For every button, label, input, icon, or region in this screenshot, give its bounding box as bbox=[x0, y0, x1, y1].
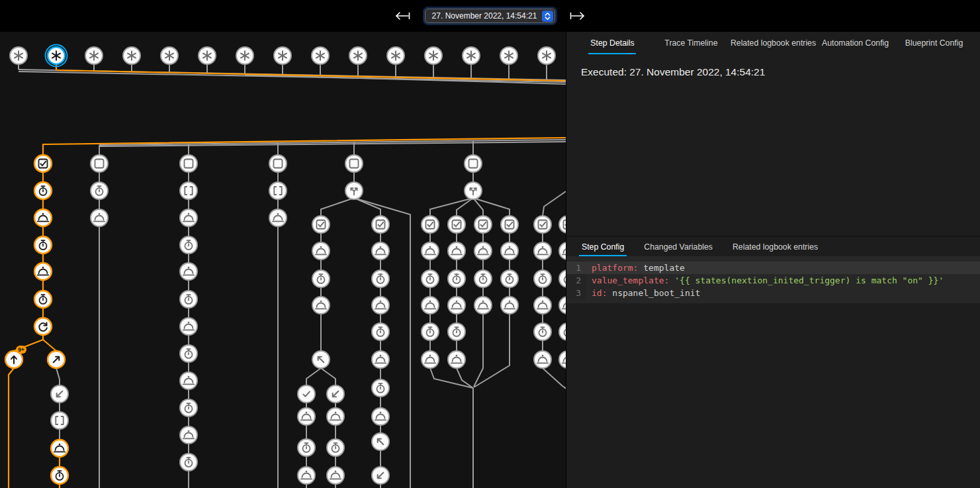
tab-changed-variables[interactable]: Changed Variables bbox=[634, 237, 723, 256]
graph-node-asterisk[interactable] bbox=[425, 47, 442, 64]
graph-node-timer[interactable] bbox=[34, 291, 52, 308]
graph-node-arrow-down-left[interactable] bbox=[372, 467, 389, 484]
graph-node-checkbox-blank[interactable] bbox=[269, 155, 287, 172]
graph-node-timer[interactable] bbox=[501, 270, 518, 287]
previous-trace-button[interactable] bbox=[392, 8, 414, 24]
graph-node-asterisk[interactable] bbox=[312, 47, 329, 64]
graph-node-timer[interactable] bbox=[51, 467, 68, 484]
graph-node-service[interactable] bbox=[372, 408, 389, 425]
graph-node-timer[interactable] bbox=[448, 323, 465, 340]
graph-node-service[interactable] bbox=[34, 263, 52, 280]
graph-node-asterisk[interactable] bbox=[274, 47, 291, 64]
graph-node-service[interactable] bbox=[534, 242, 551, 260]
graph-node-service[interactable] bbox=[474, 242, 492, 260]
graph-node-service[interactable] bbox=[298, 467, 315, 484]
graph-node-timer[interactable] bbox=[180, 291, 197, 308]
graph-node-asterisk[interactable] bbox=[46, 45, 67, 67]
graph-node-service[interactable] bbox=[312, 297, 330, 314]
graph-node-service[interactable] bbox=[534, 297, 551, 314]
graph-node-asterisk[interactable] bbox=[10, 47, 27, 64]
graph-node-service[interactable] bbox=[534, 351, 551, 368]
graph-node-timer[interactable] bbox=[298, 439, 315, 456]
tab-step-details[interactable]: Step Details bbox=[573, 32, 652, 54]
graph-node-service[interactable] bbox=[327, 408, 344, 425]
graph-node-asterisk[interactable] bbox=[387, 47, 404, 64]
trace-date-selector[interactable]: 27. November 2022, 14:54:21 bbox=[425, 9, 556, 23]
graph-node-service[interactable] bbox=[422, 242, 439, 260]
graph-node-service[interactable] bbox=[559, 242, 566, 260]
tab-automation-config[interactable]: Automation Config bbox=[816, 32, 895, 54]
graph-node-service[interactable] bbox=[422, 351, 439, 368]
graph-node-asterisk[interactable] bbox=[199, 47, 216, 64]
graph-node-timer[interactable] bbox=[422, 270, 439, 287]
graph-node-checkbox-blank[interactable] bbox=[465, 155, 482, 172]
graph-node-timer[interactable] bbox=[91, 182, 108, 199]
graph-node-asterisk[interactable] bbox=[161, 47, 178, 64]
graph-node-service[interactable] bbox=[559, 351, 566, 368]
graph-node-timer[interactable] bbox=[372, 270, 389, 287]
graph-node-service[interactable] bbox=[448, 351, 465, 368]
graph-node-service[interactable] bbox=[312, 242, 330, 260]
graph-node-timer[interactable] bbox=[474, 270, 492, 287]
graph-node-checkbox-marked[interactable] bbox=[474, 216, 492, 233]
graph-node-service[interactable] bbox=[180, 209, 197, 226]
graph-node-service[interactable] bbox=[34, 209, 52, 226]
graph-node-checkbox-blank[interactable] bbox=[91, 155, 108, 172]
tab-step-config[interactable]: Step Config bbox=[572, 237, 634, 256]
graph-node-service[interactable] bbox=[372, 297, 389, 314]
graph-node-checkbox-marked[interactable] bbox=[34, 155, 52, 172]
graph-node-service[interactable] bbox=[559, 297, 566, 314]
graph-node-brackets[interactable] bbox=[180, 182, 197, 199]
graph-node-asterisk[interactable] bbox=[123, 47, 140, 64]
graph-node-service[interactable] bbox=[180, 263, 197, 280]
graph-node-timer[interactable] bbox=[534, 270, 551, 287]
graph-node-timer[interactable] bbox=[534, 323, 551, 340]
graph-node-timer[interactable] bbox=[180, 454, 197, 471]
graph-node-checkbox-marked[interactable] bbox=[448, 216, 465, 233]
graph-node-timer[interactable] bbox=[372, 323, 389, 340]
tab-related-logbook-entries[interactable]: Related logbook entries bbox=[723, 237, 828, 256]
graph-node-arrow-up-right[interactable] bbox=[48, 351, 65, 368]
graph-node-service[interactable] bbox=[327, 467, 344, 484]
graph-node-service[interactable] bbox=[501, 297, 518, 314]
graph-node-service[interactable] bbox=[372, 242, 389, 260]
graph-node-service[interactable] bbox=[180, 372, 197, 389]
tab-trace-timeline[interactable]: Trace Timeline bbox=[652, 32, 731, 54]
next-trace-button[interactable] bbox=[566, 8, 588, 24]
tab-related-logbook-entries[interactable]: Related logbook entries bbox=[731, 32, 816, 54]
graph-node-checkbox-marked[interactable] bbox=[312, 216, 330, 233]
graph-node-checkbox-marked[interactable] bbox=[422, 216, 439, 233]
graph-node-check[interactable] bbox=[298, 385, 315, 403]
graph-node-asterisk[interactable] bbox=[538, 47, 555, 64]
graph-node-service[interactable] bbox=[422, 297, 439, 314]
graph-node-checkbox-blank[interactable] bbox=[180, 155, 197, 172]
graph-node-asterisk[interactable] bbox=[500, 47, 517, 64]
graph-node-brackets[interactable] bbox=[51, 412, 68, 429]
tab-blueprint-config[interactable]: Blueprint Config bbox=[895, 32, 973, 54]
graph-node-asterisk[interactable] bbox=[85, 47, 103, 64]
graph-node-arrow-down-left[interactable] bbox=[327, 385, 344, 403]
graph-node-checkbox-marked[interactable] bbox=[559, 216, 566, 233]
graph-node-timer[interactable] bbox=[180, 345, 197, 362]
graph-node-service[interactable] bbox=[180, 318, 197, 335]
graph-node-timer[interactable] bbox=[180, 399, 197, 416]
graph-node-timer[interactable] bbox=[34, 182, 52, 199]
graph-node-checkbox-marked[interactable] bbox=[501, 216, 518, 233]
graph-node-service[interactable] bbox=[448, 297, 465, 314]
graph-node-split[interactable] bbox=[465, 182, 482, 199]
graph-node-service[interactable] bbox=[372, 351, 389, 368]
graph-node-arrow-down-left[interactable] bbox=[51, 385, 68, 403]
graph-node-timer[interactable] bbox=[327, 439, 344, 456]
graph-node-timer[interactable] bbox=[312, 270, 330, 287]
graph-node-service[interactable] bbox=[91, 209, 108, 226]
graph-node-service[interactable] bbox=[298, 408, 315, 425]
graph-node-timer[interactable] bbox=[448, 270, 465, 287]
graph-node-timer[interactable] bbox=[422, 323, 439, 340]
graph-node-timer[interactable] bbox=[559, 270, 566, 287]
graph-node-checkbox-blank[interactable] bbox=[345, 155, 363, 172]
graph-node-brackets[interactable] bbox=[269, 182, 287, 199]
graph-node-service[interactable] bbox=[448, 242, 465, 260]
graph-node-arrow-up-left[interactable] bbox=[312, 351, 330, 368]
step-config-code-editor[interactable]: 1platform: template2value_template: '{{ … bbox=[566, 256, 980, 303]
graph-node-checkbox-marked[interactable] bbox=[372, 216, 389, 233]
